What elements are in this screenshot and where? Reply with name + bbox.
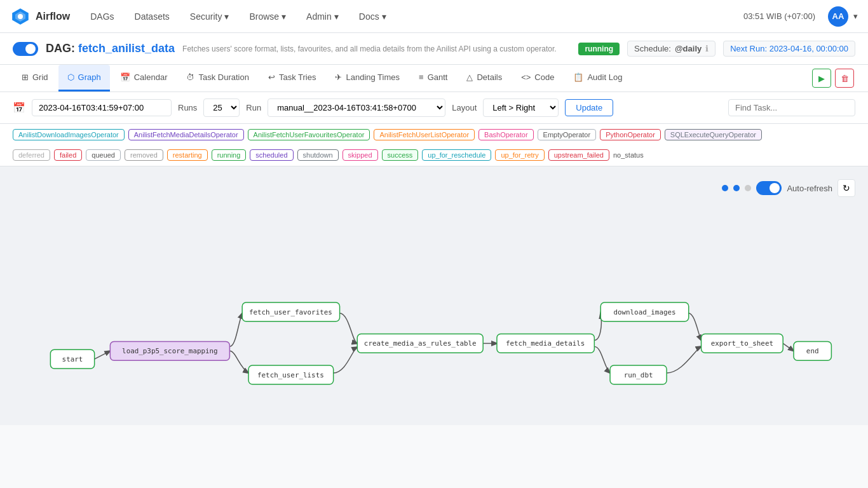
nav-docs[interactable]: Docs ▾ [351, 8, 394, 25]
node-export-to-sheet[interactable]: export_to_sheet [702, 334, 783, 353]
legend-op-anilist-list[interactable]: AnilistFetchUserListOperator [374, 129, 475, 140]
svg-text:fetch_user_lists: fetch_user_lists [257, 371, 324, 379]
graph-icon: ⬡ [67, 72, 74, 82]
tab-task-tries[interactable]: ↩ Task Tries [259, 65, 325, 92]
toolbar: 📅 Runs 25 Run manual__2023-04-16T03:41:5… [0, 92, 868, 124]
run-label: Run [246, 103, 261, 112]
airflow-logo [10, 6, 31, 27]
layout-select[interactable]: Left > Right Top > Bottom [483, 98, 559, 117]
dag-name: fetch_anilist_data [78, 42, 175, 55]
brand-label: Airflow [36, 11, 70, 22]
node-fetch-user-lists[interactable]: fetch_user_lists [248, 365, 334, 384]
tab-graph[interactable]: ⬡ Graph [58, 65, 110, 92]
refresh-button[interactable]: ↻ [837, 179, 855, 197]
update-button[interactable]: Update [565, 99, 613, 116]
svg-text:download_images: download_images [613, 308, 675, 316]
tab-landing-times[interactable]: ✈ Landing Times [326, 65, 409, 92]
page-header: DAG: fetch_anilist_data Fetches users' s… [0, 33, 868, 65]
legend-status-failed[interactable]: failed [54, 149, 82, 161]
nav-datasets[interactable]: Datasets [127, 8, 177, 25]
legend-status-success[interactable]: success [382, 149, 419, 161]
nav-browse[interactable]: Browse ▾ [241, 8, 294, 25]
node-create-media[interactable]: create_media_as_rules_table [357, 334, 483, 353]
chevron-down-icon: ▾ [853, 11, 858, 21]
svg-text:fetch_media_details: fetch_media_details [506, 339, 585, 348]
duration-icon: ⏱ [186, 72, 194, 82]
auto-refresh-toggle[interactable] [756, 181, 782, 195]
legend-status-restarting[interactable]: restarting [167, 149, 208, 161]
legend-op-anilist-media[interactable]: AnilistFetchMediaDetailsOperator [128, 129, 244, 140]
tab-audit-log[interactable]: 📋 Audit Log [564, 65, 631, 92]
schedule-info: Schedule: @daily ℹ [627, 41, 715, 57]
chevron-down-icon: ▾ [334, 11, 339, 22]
legend-status-upstream-failed[interactable]: upstream_failed [548, 149, 609, 161]
legend-op-anilist-favs[interactable]: AnilistFetchUserFavouritesOperator [248, 129, 370, 140]
edge-favs-media [340, 313, 358, 343]
nav-security[interactable]: Security ▾ [182, 8, 237, 25]
auto-refresh-label: Auto-refresh [787, 184, 832, 193]
legend-op-anilist-download[interactable]: AnilistDownloadImagesOperator [13, 129, 125, 140]
node-end[interactable]: end [794, 341, 831, 360]
delete-dag-button[interactable]: 🗑 [835, 69, 854, 88]
svg-text:fetch_user_favorites: fetch_user_favorites [249, 308, 332, 316]
dag-title: DAG: fetch_anilist_data [46, 42, 175, 55]
dag-description: Fetches users' score format, lists, favo… [182, 44, 571, 53]
status-badge: running [578, 43, 620, 55]
legend-status-up-for-reschedule[interactable]: up_for_reschedule [422, 149, 491, 161]
edge-download-export [689, 313, 702, 341]
run-select[interactable]: manual__2023-04-16T03:41:58+0700 [268, 98, 445, 117]
legend-status-queued[interactable]: queued [86, 149, 121, 161]
svg-text:run_dbt: run_dbt [624, 371, 653, 379]
runs-select[interactable]: 25 [203, 98, 240, 117]
legend-status-no-status: no_status [613, 151, 644, 159]
svg-text:create_media_as_rules_table: create_media_as_rules_table [364, 339, 477, 348]
legend-status-skipped[interactable]: skipped [342, 149, 378, 161]
edge-load-favs [229, 313, 242, 346]
nav-avatar[interactable]: AA [828, 6, 848, 27]
node-start[interactable]: start [50, 349, 94, 369]
tab-calendar[interactable]: 📅 Calendar [111, 65, 177, 92]
nav-admin[interactable]: Admin ▾ [299, 8, 346, 25]
legend-op-empty[interactable]: EmptyOperator [538, 129, 597, 140]
graph-area: Auto-refresh ↻ [0, 166, 868, 425]
gantt-icon: ≡ [419, 72, 424, 82]
svg-point-2 [18, 14, 23, 19]
audit-icon: 📋 [573, 72, 583, 82]
info-icon[interactable]: ℹ [705, 44, 709, 53]
find-task-input[interactable] [728, 99, 855, 116]
tab-bar: ⊞ Grid ⬡ Graph 📅 Calendar ⏱ Task Duratio… [0, 65, 868, 92]
tab-code[interactable]: <> Code [512, 65, 563, 92]
legend-status-deferred[interactable]: deferred [13, 149, 50, 161]
chevron-down-icon: ▾ [224, 11, 229, 22]
brand[interactable]: Airflow [10, 6, 70, 27]
legend-op-python[interactable]: PythonOperator [600, 129, 661, 140]
legend-status-scheduled[interactable]: scheduled [250, 149, 293, 161]
legend-status-up-for-retry[interactable]: up_for_retry [495, 149, 544, 161]
legend-op-sql[interactable]: SQLExecuteQueryOperator [665, 129, 762, 140]
dag-graph: start load_p3p5_score_mapping fetch_user… [13, 207, 855, 412]
tab-grid[interactable]: ⊞ Grid [13, 65, 57, 92]
legend-status-shutdown[interactable]: shutdown [297, 149, 339, 161]
dag-toggle[interactable] [13, 42, 38, 56]
nav-dags[interactable]: DAGs [83, 8, 121, 25]
legend-status-running[interactable]: running [212, 149, 247, 161]
navbar: Airflow DAGs Datasets Security ▾ Browse … [0, 0, 868, 33]
legend-op-bash[interactable]: BashOperator [478, 129, 533, 140]
tries-icon: ↩ [268, 72, 275, 82]
indicator-dot-1 [722, 185, 728, 191]
tab-details[interactable]: △ Details [458, 65, 511, 92]
node-fetch-media-details[interactable]: fetch_media_details [497, 334, 594, 353]
node-load-p3p5[interactable]: load_p3p5_score_mapping [110, 341, 229, 360]
date-input[interactable] [32, 99, 172, 116]
legend-status-removed[interactable]: removed [125, 149, 163, 161]
node-fetch-user-favorites[interactable]: fetch_user_favorites [242, 302, 339, 322]
next-run-info: Next Run: 2023-04-16, 00:00:00 [723, 41, 855, 57]
chevron-down-icon: ▾ [382, 11, 386, 22]
grid-icon: ⊞ [22, 72, 29, 82]
tab-gantt[interactable]: ≡ Gantt [410, 65, 456, 92]
tab-task-duration[interactable]: ⏱ Task Duration [177, 65, 257, 92]
run-dag-button[interactable]: ▶ [812, 69, 831, 88]
node-download-images[interactable]: download_images [600, 302, 689, 322]
node-run-dbt[interactable]: run_dbt [610, 365, 667, 384]
dag-svg: start load_p3p5_score_mapping fetch_user… [13, 207, 855, 410]
